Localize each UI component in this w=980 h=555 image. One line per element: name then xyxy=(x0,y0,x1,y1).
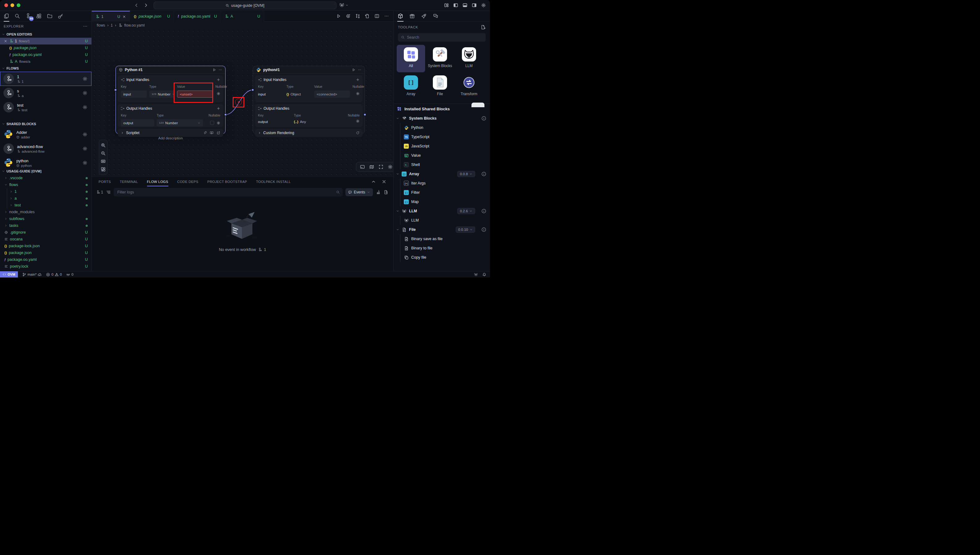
editor-tab-1[interactable]: 1U xyxy=(92,11,130,22)
tree-item-1[interactable]: 1 xyxy=(7,188,91,195)
settings-button[interactable] xyxy=(481,3,486,8)
installed-block-value[interactable]: Value xyxy=(400,151,490,160)
split-editor-button[interactable] xyxy=(375,14,380,19)
tree-item-test[interactable]: test xyxy=(7,202,91,209)
installed-block-javascript[interactable]: JSJavaScript xyxy=(400,141,490,151)
info-icon-icon[interactable] xyxy=(481,209,486,213)
category-llm[interactable]: LLM xyxy=(455,45,483,72)
input-type-select[interactable]: 123Number xyxy=(149,91,175,98)
category-transform[interactable]: Transform xyxy=(455,73,483,100)
installed-block-filter[interactable]: [ ]Filter xyxy=(400,188,490,197)
handle-settings-icon[interactable] xyxy=(356,92,360,96)
maximize-window-button[interactable] xyxy=(17,3,21,7)
rerun-button[interactable] xyxy=(346,14,351,19)
installed-block-shell[interactable]: >_Shell xyxy=(400,160,490,169)
installed-block-llm[interactable]: LLM xyxy=(400,216,490,225)
new-toolpack-button-icon[interactable] xyxy=(481,25,486,30)
node-header[interactable]: Python #1 xyxy=(116,66,225,74)
installed-group-system-blocks[interactable]: System Blocks xyxy=(394,114,490,123)
panel-tab-terminal[interactable]: TERMINAL xyxy=(120,177,138,186)
activity-item-flow[interactable]: 44 xyxy=(24,11,32,22)
tree-item-.gitignore[interactable]: .gitignoreU xyxy=(0,229,91,236)
editor-tab-package.json[interactable]: {}package.jsonU xyxy=(130,11,174,22)
tab-bootstrap[interactable] xyxy=(420,11,428,22)
node-header[interactable]: python#1 xyxy=(253,66,365,74)
panel-tab-toolpack-install[interactable]: TOOLPACK INSTALL xyxy=(256,177,291,186)
editor-tab-package.oo.yaml[interactable]: !package.oo.yamlU xyxy=(174,11,221,22)
log-view-toggle-icon[interactable] xyxy=(106,190,111,195)
breadcrumb[interactable]: flows›1›flow.oo.yaml xyxy=(92,22,393,29)
activity-item-blocks[interactable] xyxy=(35,11,43,22)
log-flow-scope[interactable]: 1 xyxy=(96,190,103,194)
add-description-button[interactable]: Add description xyxy=(154,136,187,140)
add-input-button-icon[interactable] xyxy=(216,78,220,82)
activity-item-search[interactable] xyxy=(14,11,21,22)
installed-block-copy-file[interactable]: Copy file xyxy=(400,253,490,262)
installed-block-map[interactable]: [ ]Map xyxy=(400,197,490,207)
activity-item-key[interactable] xyxy=(57,11,64,22)
tree-item-package.json[interactable]: {}package.jsonU xyxy=(0,249,91,256)
input-key-field[interactable]: input xyxy=(121,91,147,98)
maximize-panel-button[interactable] xyxy=(371,179,376,184)
section-workspace[interactable]: USAGE-GUIDE [OVM] xyxy=(0,168,91,175)
tree-item-poetry.lock[interactable]: poetry.lockU xyxy=(0,263,91,270)
toggle-console-button[interactable] xyxy=(360,164,365,169)
handle-node1-input[interactable] xyxy=(114,88,117,91)
breadcrumb-item[interactable]: 1 xyxy=(110,23,113,27)
handle-settings-icon[interactable] xyxy=(216,92,220,96)
tree-item-package.oo.yaml[interactable]: !package.oo.yamlU xyxy=(0,256,91,263)
installed-block-binary-to-file[interactable]: Binary to file xyxy=(400,244,490,253)
handle-settings-icon[interactable] xyxy=(216,121,220,125)
shared-block-card-python[interactable]: pythonpython xyxy=(0,156,91,168)
more-actions-button[interactable] xyxy=(384,14,389,19)
filter-logs-input[interactable]: Filter logs xyxy=(114,188,343,197)
run-button[interactable] xyxy=(336,14,341,19)
activity-item-folder[interactable] xyxy=(46,11,53,22)
export-logs-button-icon[interactable] xyxy=(383,190,388,195)
handle-node2-output[interactable] xyxy=(363,113,367,116)
problems-item[interactable]: 00 xyxy=(46,273,62,277)
customize-layout-button[interactable] xyxy=(444,3,449,8)
section-flows[interactable]: FLOWS xyxy=(0,65,91,72)
remote-indicator[interactable]: OVM xyxy=(0,271,18,278)
breadcrumb-item[interactable]: flow.oo.yaml xyxy=(124,23,144,27)
tree-item-a[interactable]: a xyxy=(7,195,91,202)
installed-block-typescript[interactable]: TSTypeScript xyxy=(400,132,490,141)
zoom-out-button[interactable] xyxy=(101,150,106,157)
minimap-button[interactable] xyxy=(369,164,374,169)
installed-block-binary-save-as-file[interactable]: Binary save as file xyxy=(400,234,490,244)
tree-item-tasks[interactable]: tasks xyxy=(0,222,91,229)
tree-item-oocana[interactable]: oocanaU xyxy=(0,236,91,242)
installed-group-array[interactable]: [ ]Array0.0.8 xyxy=(394,169,490,179)
node-footer-custom-rendering[interactable]: Custom Rendering xyxy=(255,129,363,137)
more-actions-icon[interactable] xyxy=(83,24,88,29)
tab-extensions-gift[interactable] xyxy=(408,11,416,22)
handle-settings-icon[interactable] xyxy=(356,119,360,123)
assistant-menu-button[interactable] xyxy=(339,2,349,8)
installed-block-iter-args[interactable]: [×]Iter Args xyxy=(400,179,490,188)
toggle-left-sidebar-button[interactable] xyxy=(453,3,458,8)
fullscreen-button[interactable] xyxy=(378,164,383,169)
section-open-editors[interactable]: OPEN EDITORS xyxy=(0,31,91,38)
tab-chat[interactable] xyxy=(431,11,440,22)
auto-layout-button[interactable] xyxy=(101,166,106,173)
minimize-window-button[interactable] xyxy=(11,3,14,7)
installed-group-file[interactable]: File0.0.10 xyxy=(394,225,490,234)
compare-button[interactable] xyxy=(355,14,360,19)
installed-block-python[interactable]: Python xyxy=(400,123,490,132)
open-editor-item[interactable]: 1flows/1U xyxy=(0,38,91,45)
category-all[interactable]: All xyxy=(397,45,425,72)
output-type-select[interactable]: 123Number xyxy=(157,119,203,127)
panel-tab-ports[interactable]: PORTS xyxy=(99,177,111,186)
tree-item-package-lock.json[interactable]: {}package-lock.jsonU xyxy=(0,242,91,249)
breadcrumb-item[interactable]: flows xyxy=(97,23,105,27)
version-select[interactable]: 0.0.8 xyxy=(457,171,475,177)
flow-card-1[interactable]: 11 xyxy=(0,72,91,86)
nullable-checkbox[interactable] xyxy=(210,121,214,125)
toolpack-search-input[interactable]: Search xyxy=(398,33,486,42)
zoom-in-button[interactable] xyxy=(101,142,106,149)
info-icon[interactable] xyxy=(481,116,486,121)
panel-tab-code-deps[interactable]: CODE DEPS xyxy=(177,177,199,186)
section-shared-blocks[interactable]: SHARED BLOCKS xyxy=(0,120,91,127)
version-select[interactable]: 0.2.6 xyxy=(457,208,475,214)
